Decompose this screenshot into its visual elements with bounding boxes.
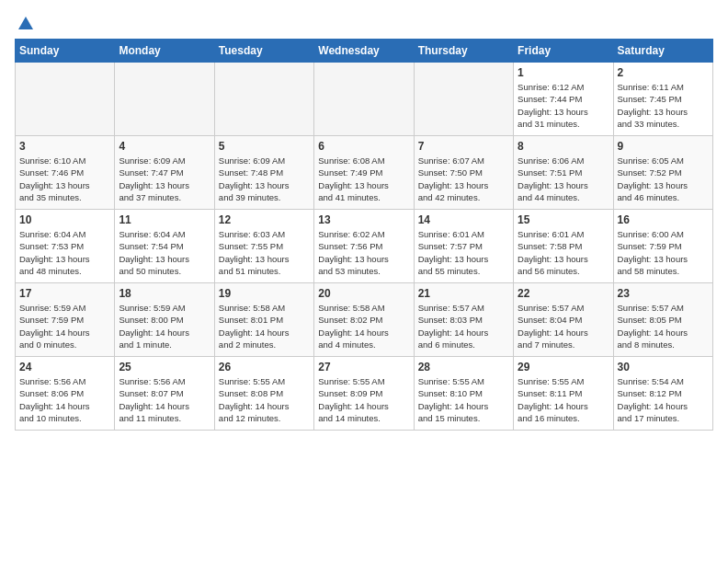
day-info: Sunrise: 5:55 AM Sunset: 8:08 PM Dayligh… (219, 375, 310, 424)
day-info: Sunrise: 6:07 AM Sunset: 7:50 PM Dayligh… (418, 155, 509, 203)
calendar-table: SundayMondayTuesdayWednesdayThursdayFrid… (15, 39, 713, 431)
calendar-cell: 19Sunrise: 5:58 AM Sunset: 8:01 PM Dayli… (214, 283, 313, 357)
calendar-week-3: 10Sunrise: 6:04 AM Sunset: 7:53 PM Dayli… (16, 210, 713, 283)
day-header-saturday: Saturday (613, 40, 712, 63)
day-number: 7 (418, 140, 509, 153)
calendar-cell: 7Sunrise: 6:07 AM Sunset: 7:50 PM Daylig… (414, 136, 513, 210)
day-header-sunday: Sunday (16, 40, 115, 63)
day-number: 5 (219, 140, 310, 153)
calendar-cell (214, 63, 313, 136)
calendar-week-4: 17Sunrise: 5:59 AM Sunset: 7:59 PM Dayli… (16, 283, 713, 357)
calendar-cell: 30Sunrise: 5:54 AM Sunset: 8:12 PM Dayli… (613, 357, 712, 431)
day-number: 23 (618, 287, 709, 300)
calendar-cell: 16Sunrise: 6:00 AM Sunset: 7:59 PM Dayli… (613, 210, 712, 283)
calendar-cell: 20Sunrise: 5:58 AM Sunset: 8:02 PM Dayli… (314, 283, 414, 357)
day-number: 29 (518, 361, 609, 373)
page-header (15, 15, 713, 31)
day-info: Sunrise: 5:54 AM Sunset: 8:12 PM Dayligh… (618, 375, 709, 424)
day-info: Sunrise: 5:55 AM Sunset: 8:10 PM Dayligh… (418, 375, 509, 424)
calendar-body: 1Sunrise: 6:12 AM Sunset: 7:44 PM Daylig… (16, 63, 713, 431)
day-header-wednesday: Wednesday (314, 40, 414, 63)
day-info: Sunrise: 6:05 AM Sunset: 7:52 PM Dayligh… (618, 155, 709, 203)
day-info: Sunrise: 6:02 AM Sunset: 7:56 PM Dayligh… (318, 228, 409, 277)
day-header-friday: Friday (514, 40, 613, 63)
day-number: 22 (518, 287, 609, 300)
day-info: Sunrise: 5:57 AM Sunset: 8:04 PM Dayligh… (518, 302, 609, 350)
day-number: 2 (618, 66, 709, 79)
day-info: Sunrise: 6:04 AM Sunset: 7:54 PM Dayligh… (119, 228, 210, 277)
calendar-cell: 29Sunrise: 5:55 AM Sunset: 8:11 PM Dayli… (514, 357, 613, 431)
calendar-cell: 3Sunrise: 6:10 AM Sunset: 7:46 PM Daylig… (16, 136, 115, 210)
calendar-cell: 10Sunrise: 6:04 AM Sunset: 7:53 PM Dayli… (16, 210, 115, 283)
day-number: 1 (518, 66, 609, 79)
day-info: Sunrise: 5:58 AM Sunset: 8:01 PM Dayligh… (219, 302, 310, 350)
day-number: 16 (618, 213, 709, 226)
day-info: Sunrise: 6:09 AM Sunset: 7:47 PM Dayligh… (119, 155, 210, 203)
day-info: Sunrise: 5:55 AM Sunset: 8:11 PM Dayligh… (518, 375, 609, 424)
day-number: 8 (518, 140, 609, 153)
calendar-cell: 15Sunrise: 6:01 AM Sunset: 7:58 PM Dayli… (514, 210, 613, 283)
day-header-thursday: Thursday (414, 40, 513, 63)
calendar-cell: 14Sunrise: 6:01 AM Sunset: 7:57 PM Dayli… (414, 210, 513, 283)
day-info: Sunrise: 6:01 AM Sunset: 7:58 PM Dayligh… (518, 228, 609, 277)
day-info: Sunrise: 6:01 AM Sunset: 7:57 PM Dayligh… (418, 228, 509, 277)
day-number: 18 (119, 287, 210, 300)
day-info: Sunrise: 6:06 AM Sunset: 7:51 PM Dayligh… (518, 155, 609, 203)
day-number: 17 (19, 287, 110, 300)
calendar-cell (314, 63, 414, 136)
day-info: Sunrise: 6:12 AM Sunset: 7:44 PM Dayligh… (518, 81, 609, 130)
day-info: Sunrise: 5:59 AM Sunset: 8:00 PM Dayligh… (119, 302, 210, 350)
calendar-cell: 18Sunrise: 5:59 AM Sunset: 8:00 PM Dayli… (115, 283, 214, 357)
day-number: 4 (119, 140, 210, 153)
day-info: Sunrise: 5:59 AM Sunset: 7:59 PM Dayligh… (19, 302, 110, 350)
calendar-cell (16, 63, 115, 136)
day-number: 19 (219, 287, 310, 300)
day-number: 25 (119, 361, 210, 373)
day-number: 24 (19, 361, 110, 373)
calendar-cell: 17Sunrise: 5:59 AM Sunset: 7:59 PM Dayli… (16, 283, 115, 357)
day-number: 6 (318, 140, 409, 153)
calendar-cell (115, 63, 214, 136)
calendar-cell: 8Sunrise: 6:06 AM Sunset: 7:51 PM Daylig… (514, 136, 613, 210)
calendar-cell: 24Sunrise: 5:56 AM Sunset: 8:06 PM Dayli… (16, 357, 115, 431)
calendar-header-row: SundayMondayTuesdayWednesdayThursdayFrid… (16, 40, 713, 63)
day-info: Sunrise: 6:08 AM Sunset: 7:49 PM Dayligh… (318, 155, 409, 203)
day-number: 27 (318, 361, 409, 373)
day-info: Sunrise: 5:56 AM Sunset: 8:06 PM Dayligh… (19, 375, 110, 424)
calendar-cell: 23Sunrise: 5:57 AM Sunset: 8:05 PM Dayli… (613, 283, 712, 357)
day-info: Sunrise: 5:57 AM Sunset: 8:05 PM Dayligh… (618, 302, 709, 350)
calendar-week-2: 3Sunrise: 6:10 AM Sunset: 7:46 PM Daylig… (16, 136, 713, 210)
day-number: 13 (318, 213, 409, 226)
calendar-cell: 28Sunrise: 5:55 AM Sunset: 8:10 PM Dayli… (414, 357, 513, 431)
calendar-cell: 22Sunrise: 5:57 AM Sunset: 8:04 PM Dayli… (514, 283, 613, 357)
day-info: Sunrise: 5:57 AM Sunset: 8:03 PM Dayligh… (418, 302, 509, 350)
day-header-tuesday: Tuesday (214, 40, 313, 63)
calendar-cell: 6Sunrise: 6:08 AM Sunset: 7:49 PM Daylig… (314, 136, 414, 210)
calendar-cell: 9Sunrise: 6:05 AM Sunset: 7:52 PM Daylig… (613, 136, 712, 210)
calendar-cell: 21Sunrise: 5:57 AM Sunset: 8:03 PM Dayli… (414, 283, 513, 357)
day-number: 26 (219, 361, 310, 373)
calendar-cell: 25Sunrise: 5:56 AM Sunset: 8:07 PM Dayli… (115, 357, 214, 431)
calendar-cell: 2Sunrise: 6:11 AM Sunset: 7:45 PM Daylig… (613, 63, 712, 136)
day-info: Sunrise: 6:04 AM Sunset: 7:53 PM Dayligh… (19, 228, 110, 277)
calendar-cell: 12Sunrise: 6:03 AM Sunset: 7:55 PM Dayli… (214, 210, 313, 283)
day-header-monday: Monday (115, 40, 214, 63)
day-number: 28 (418, 361, 509, 373)
day-info: Sunrise: 5:55 AM Sunset: 8:09 PM Dayligh… (318, 375, 409, 424)
calendar-cell: 26Sunrise: 5:55 AM Sunset: 8:08 PM Dayli… (214, 357, 313, 431)
day-info: Sunrise: 5:58 AM Sunset: 8:02 PM Dayligh… (318, 302, 409, 350)
calendar-cell: 11Sunrise: 6:04 AM Sunset: 7:54 PM Dayli… (115, 210, 214, 283)
day-info: Sunrise: 6:11 AM Sunset: 7:45 PM Dayligh… (618, 81, 709, 130)
svg-marker-0 (18, 17, 33, 29)
calendar-week-1: 1Sunrise: 6:12 AM Sunset: 7:44 PM Daylig… (16, 63, 713, 136)
calendar-cell (414, 63, 513, 136)
calendar-cell: 5Sunrise: 6:09 AM Sunset: 7:48 PM Daylig… (214, 136, 313, 210)
day-number: 20 (318, 287, 409, 300)
calendar-cell: 1Sunrise: 6:12 AM Sunset: 7:44 PM Daylig… (514, 63, 613, 136)
day-info: Sunrise: 6:03 AM Sunset: 7:55 PM Dayligh… (219, 228, 310, 277)
calendar-week-5: 24Sunrise: 5:56 AM Sunset: 8:06 PM Dayli… (16, 357, 713, 431)
day-info: Sunrise: 5:56 AM Sunset: 8:07 PM Dayligh… (119, 375, 210, 424)
day-number: 14 (418, 213, 509, 226)
calendar-cell: 4Sunrise: 6:09 AM Sunset: 7:47 PM Daylig… (115, 136, 214, 210)
day-number: 12 (219, 213, 310, 226)
